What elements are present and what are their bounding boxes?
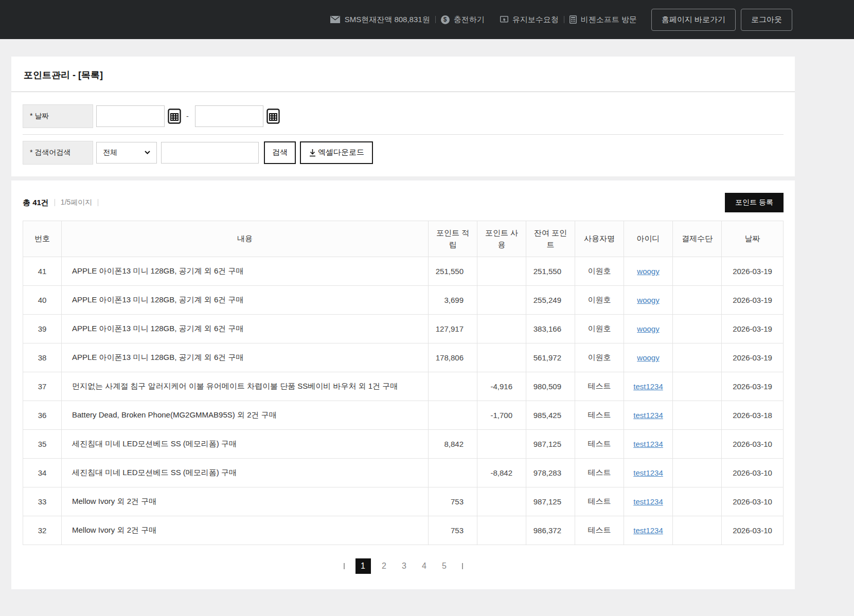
user-id-link[interactable]: test1234	[633, 440, 663, 448]
cell-content: Mellow Ivory 외 2건 구매	[62, 516, 429, 545]
download-icon	[309, 149, 316, 157]
page-number-5[interactable]: 5	[438, 558, 451, 574]
cell-user-name: 이원호	[575, 286, 624, 315]
summary-separator	[98, 199, 98, 206]
cell-point-use: -8,842	[477, 459, 526, 487]
point-register-button[interactable]: 포인트 등록	[725, 193, 784, 212]
summary-separator	[55, 199, 55, 206]
cell-user-id: woogy	[624, 343, 673, 372]
pagination-first-marker[interactable]	[344, 563, 345, 569]
user-id-link[interactable]: test1234	[633, 382, 663, 391]
cell-user-id: woogy	[624, 286, 673, 315]
table-header-row: 번호 내용 포인트 적립 포인트 사용 잔여 포인트 사용자명 아이디 결제수단…	[23, 221, 784, 257]
user-id-link[interactable]: test1234	[633, 411, 663, 420]
homepage-shortcut-button[interactable]: 홈페이지 바로가기	[651, 9, 736, 31]
pagination: 12345	[23, 558, 784, 574]
table-row: 32Mellow Ivory 외 2건 구매753986,372테스트test1…	[23, 516, 784, 545]
cell-point-earn: 753	[429, 516, 477, 545]
cell-point-use	[477, 343, 526, 372]
user-id-link[interactable]: test1234	[633, 468, 663, 477]
cell-date: 2026-03-19	[722, 372, 784, 401]
date-label: * 날짜	[23, 104, 93, 128]
page-number-1[interactable]: 1	[355, 558, 371, 574]
page-number-3[interactable]: 3	[398, 558, 411, 574]
date-from-calendar-button[interactable]	[167, 107, 182, 125]
search-panel: 포인트관리 - [목록] * 날짜 -	[11, 57, 795, 176]
vizensoft-visit-link[interactable]: 비젠소프트 방문	[570, 15, 637, 25]
cell-no: 39	[23, 315, 62, 343]
main-content: 포인트관리 - [목록] * 날짜 -	[11, 57, 795, 616]
user-id-link[interactable]: woogy	[637, 324, 659, 333]
col-user-id: 아이디	[624, 221, 673, 257]
cell-content: Mellow Ivory 외 2건 구매	[62, 487, 429, 516]
cell-content: 세진침대 미네 LED모션베드 SS (메모리폼) 구매	[62, 430, 429, 459]
cell-point-balance: 985,425	[526, 401, 575, 430]
envelope-icon	[330, 16, 340, 23]
cell-point-earn	[429, 459, 477, 487]
cell-content: APPLE 아이폰13 미니 128GB, 공기계 외 6건 구매	[62, 315, 429, 343]
table-row: 39APPLE 아이폰13 미니 128GB, 공기계 외 6건 구매127,9…	[23, 315, 784, 343]
col-point-earn: 포인트 적립	[429, 221, 477, 257]
date-range-separator: -	[186, 112, 189, 120]
col-payment: 결제수단	[673, 221, 722, 257]
cell-payment	[673, 372, 722, 401]
cell-content: APPLE 아이폰13 미니 128GB, 공기계 외 6건 구매	[62, 286, 429, 315]
cell-content: Battery Dead, Broken Phone(MG2GMMAB95S) …	[62, 401, 429, 430]
page-number-4[interactable]: 4	[418, 558, 431, 574]
recharge-link[interactable]: $ 충전하기	[441, 15, 485, 25]
excel-download-button[interactable]: 엑셀다운로드	[300, 141, 373, 164]
page-info: 1/5페이지	[61, 198, 92, 207]
cell-user-id: test1234	[624, 487, 673, 516]
cell-payment	[673, 343, 722, 372]
cell-point-balance: 978,283	[526, 459, 575, 487]
cell-point-earn: 753	[429, 487, 477, 516]
cell-date: 2026-03-10	[722, 430, 784, 459]
cell-no: 35	[23, 430, 62, 459]
cell-point-use	[477, 516, 526, 545]
user-id-link[interactable]: test1234	[633, 526, 663, 535]
cell-user-id: woogy	[624, 315, 673, 343]
page-number-2[interactable]: 2	[378, 558, 391, 574]
cell-user-name: 테스트	[575, 487, 624, 516]
user-id-link[interactable]: woogy	[637, 353, 659, 362]
cell-payment	[673, 315, 722, 343]
pagination-pages: 12345	[355, 558, 451, 574]
cell-no: 32	[23, 516, 62, 545]
cell-point-use: -4,916	[477, 372, 526, 401]
user-id-link[interactable]: woogy	[637, 296, 659, 304]
cell-user-name: 테스트	[575, 430, 624, 459]
search-button[interactable]: 검색	[264, 141, 296, 164]
cell-user-name: 테스트	[575, 372, 624, 401]
table-row: 40APPLE 아이폰13 미니 128GB, 공기계 외 6건 구매3,699…	[23, 286, 784, 315]
cell-no: 38	[23, 343, 62, 372]
cell-point-earn: 127,917	[429, 315, 477, 343]
search-type-select[interactable]: 전체	[96, 142, 157, 164]
logout-button[interactable]: 로그아웃	[741, 9, 792, 31]
pagination-last-marker[interactable]	[462, 563, 463, 569]
cell-no: 40	[23, 286, 62, 315]
date-filter-row: * 날짜 -	[23, 98, 784, 134]
cell-date: 2026-03-18	[722, 401, 784, 430]
date-to-input[interactable]	[195, 105, 263, 127]
keyword-input[interactable]	[161, 142, 259, 164]
total-count: 총 41건	[23, 198, 49, 208]
col-point-balance: 잔여 포인트	[526, 221, 575, 257]
list-panel: 총 41건 1/5페이지 포인트 등록 번호 내용 포인트 적립 포인트 사용 …	[11, 180, 795, 589]
calculator-icon	[570, 15, 577, 24]
topbar-separator	[435, 16, 436, 23]
maintenance-request-link[interactable]: 유지보수요청	[500, 15, 559, 25]
user-id-link[interactable]: test1234	[633, 497, 663, 506]
cell-point-use	[477, 315, 526, 343]
date-to-calendar-button[interactable]	[265, 107, 281, 125]
points-table: 번호 내용 포인트 적립 포인트 사용 잔여 포인트 사용자명 아이디 결제수단…	[23, 221, 784, 545]
col-content: 내용	[62, 221, 429, 257]
cell-point-use	[477, 430, 526, 459]
cell-payment	[673, 401, 722, 430]
user-id-link[interactable]: woogy	[637, 267, 659, 276]
cell-point-earn: 3,699	[429, 286, 477, 315]
table-row: 34세진침대 미네 LED모션베드 SS (메모리폼) 구매-8,842978,…	[23, 459, 784, 487]
cell-user-id: test1234	[624, 401, 673, 430]
col-no: 번호	[23, 221, 62, 257]
table-row: 33Mellow Ivory 외 2건 구매753987,125테스트test1…	[23, 487, 784, 516]
date-from-input[interactable]	[96, 105, 165, 127]
